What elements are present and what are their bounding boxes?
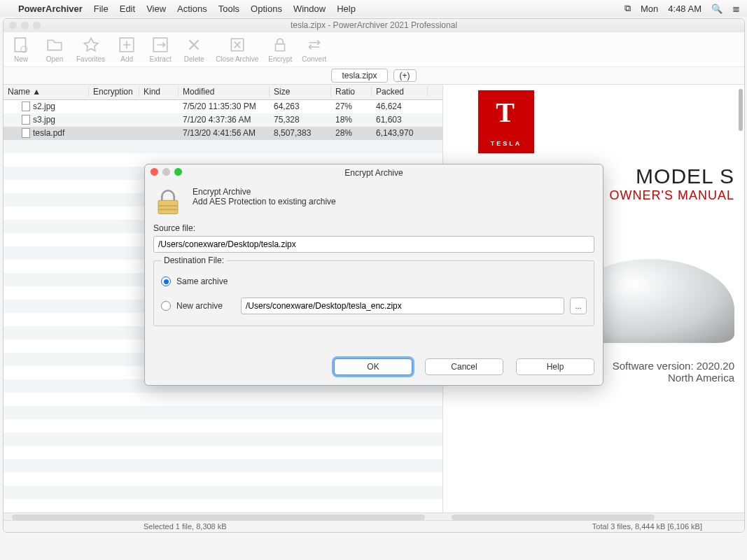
horizontal-scroll[interactable] (4, 512, 744, 520)
dialog-title: Encrypt Archive (344, 168, 403, 178)
col-ratio[interactable]: Ratio (331, 87, 372, 97)
tesla-logo: TTESLA (478, 90, 534, 153)
table-header: Name ▲ Encryption Kind Modified Size Rat… (4, 85, 442, 100)
radio-same-row[interactable]: Same archive (161, 276, 587, 286)
svg-rect-8 (158, 209, 178, 211)
ok-button[interactable]: OK (334, 358, 412, 375)
table-row[interactable]: s2.jpg7/5/20 11:35:30 PM64,26327%46,624 (4, 100, 442, 113)
dest-legend: Destination File: (161, 255, 227, 265)
table-row-empty (4, 393, 442, 406)
svg-rect-5 (276, 44, 285, 51)
col-modified[interactable]: Modified (179, 87, 270, 97)
col-kind[interactable]: Kind (139, 87, 179, 97)
col-encryption[interactable]: Encryption (89, 87, 139, 97)
tb-add[interactable]: Add (115, 36, 139, 63)
toolbar: New Open Favorites Add Extract Delete Cl… (4, 32, 744, 68)
screen-share-icon[interactable]: ⧉ (624, 3, 631, 14)
col-size[interactable]: Size (270, 87, 331, 97)
tb-convert[interactable]: Convert (302, 36, 326, 63)
clock-time: 4:48 AM (668, 4, 701, 14)
table-row-empty (4, 459, 442, 472)
app-name[interactable]: PowerArchiver (18, 4, 83, 14)
statusbar: Selected 1 file, 8,308 kB Total 3 files,… (4, 520, 744, 532)
traffic-lights[interactable] (9, 22, 41, 29)
tab-archive[interactable]: tesla.zipx (331, 69, 387, 83)
tb-encrypt[interactable]: Encrypt (268, 36, 292, 63)
table-row-empty (4, 446, 442, 459)
spotlight-icon[interactable]: 🔍 (711, 4, 722, 14)
svg-rect-0 (15, 38, 25, 52)
menu-edit[interactable]: Edit (120, 4, 135, 14)
tb-close-archive[interactable]: Close Archive (216, 36, 258, 63)
window-title: tesla.zipx - PowerArchiver 2021 Professi… (291, 20, 457, 30)
titlebar: tesla.zipx - PowerArchiver 2021 Professi… (4, 19, 744, 32)
svg-rect-6 (158, 200, 178, 214)
menu-options[interactable]: Options (251, 4, 282, 14)
clock-day: Mon (641, 4, 658, 14)
table-row-empty (4, 433, 442, 446)
menu-help[interactable]: Help (337, 4, 356, 14)
dialog-head-sub: Add AES Protection to existing archive (193, 197, 336, 206)
tabs: tesla.zipx (+) (4, 67, 744, 84)
table-row-empty (4, 140, 442, 153)
list-icon[interactable]: ≣ (732, 4, 740, 14)
status-selected: Selected 1 file, 8,308 kB (144, 522, 227, 531)
tb-new[interactable]: New (9, 36, 33, 63)
table-row-empty (4, 406, 442, 419)
tb-favorites[interactable]: Favorites (76, 36, 105, 63)
tab-add[interactable]: (+) (393, 69, 417, 82)
radio-same-label: Same archive (176, 276, 228, 286)
col-name[interactable]: Name ▲ (4, 87, 89, 97)
new-archive-input[interactable] (241, 298, 564, 314)
minimize-icon[interactable] (162, 168, 170, 176)
menu-tools[interactable]: Tools (218, 4, 239, 14)
browse-button[interactable]: ... (570, 298, 587, 314)
source-input[interactable] (153, 236, 594, 253)
tb-delete[interactable]: Delete (182, 36, 206, 63)
menu-file[interactable]: File (94, 4, 109, 14)
svg-rect-7 (158, 205, 178, 206)
col-packed[interactable]: Packed (372, 87, 428, 97)
radio-new-label: New archive (176, 301, 235, 311)
radio-new[interactable] (161, 301, 171, 311)
tb-open[interactable]: Open (43, 36, 67, 63)
menubar: PowerArchiver File Edit View Actions Too… (0, 0, 747, 17)
encrypt-dialog: Encrypt Archive Encrypt Archive Add AES … (144, 164, 603, 386)
table-row-empty (4, 499, 442, 512)
table-row-empty (4, 472, 442, 486)
menu-view[interactable]: View (146, 4, 166, 14)
close-icon[interactable] (151, 168, 158, 176)
cancel-button[interactable]: Cancel (425, 358, 503, 375)
dialog-titlebar: Encrypt Archive (145, 164, 603, 181)
lock-icon (153, 187, 183, 216)
menu-actions[interactable]: Actions (177, 4, 207, 14)
table-row[interactable]: s3.jpg7/1/20 4:37:36 AM75,32818%61,603 (4, 113, 442, 127)
zoom-icon[interactable] (174, 168, 182, 176)
table-row-empty (4, 419, 442, 433)
status-total: Total 3 files, 8,444 kB [6,106 kB] (592, 522, 702, 531)
dialog-head-title: Encrypt Archive (193, 187, 336, 197)
tb-extract[interactable]: Extract (148, 36, 172, 63)
help-button[interactable]: Help (516, 358, 594, 375)
table-row[interactable]: tesla.pdf7/13/20 4:41:56 AM8,507,38328%6… (4, 127, 442, 140)
menu-window[interactable]: Window (293, 4, 326, 14)
source-label: Source file: (153, 223, 594, 233)
table-row-empty (4, 486, 442, 499)
radio-same[interactable] (161, 276, 171, 286)
